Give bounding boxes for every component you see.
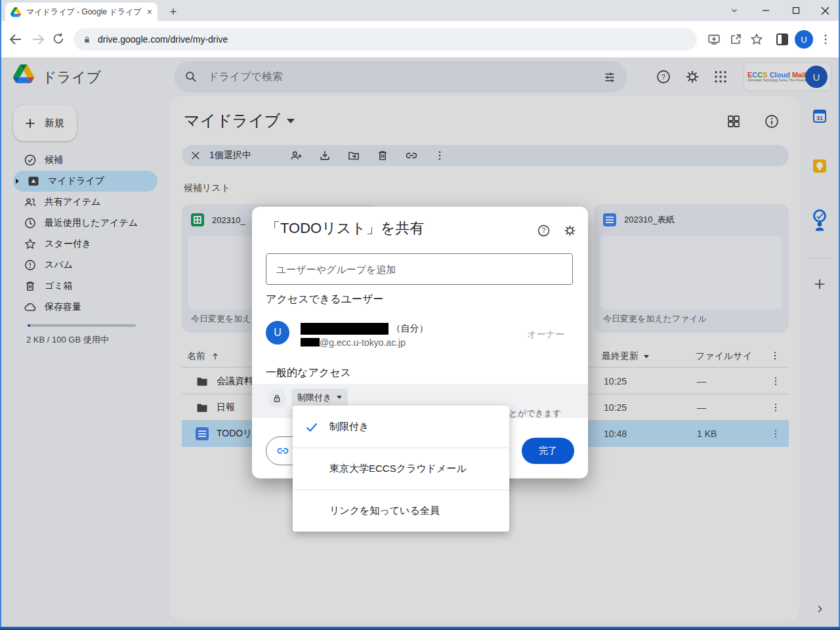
- share-icon[interactable]: [728, 32, 744, 48]
- owner-role-label: オーナー: [527, 329, 564, 341]
- add-people-input[interactable]: [266, 253, 573, 285]
- url-bar[interactable]: drive.google.com/drive/my-drive: [74, 28, 697, 51]
- chevron-down-icon: [337, 396, 342, 399]
- install-drive-icon[interactable]: [707, 32, 723, 48]
- owner-name-line: （自分）: [301, 322, 428, 335]
- window-border-bottom: [0, 627, 840, 630]
- forward-icon[interactable]: [30, 32, 46, 47]
- svg-text:?: ?: [542, 227, 546, 234]
- lock-icon: [268, 389, 286, 408]
- redacted-name: [301, 323, 388, 335]
- owner-avatar: U: [266, 321, 289, 345]
- menu-item-eccs-cloud-mail[interactable]: 東京大学ECCSクラウドメール: [293, 448, 509, 490]
- reload-icon[interactable]: [51, 32, 67, 47]
- redacted-email-local: [301, 338, 320, 346]
- back-icon[interactable]: [8, 32, 24, 47]
- window-maximize-button[interactable]: [785, 3, 807, 18]
- menu-item-restricted[interactable]: 制限付き: [293, 406, 509, 448]
- window-close-button[interactable]: [814, 3, 836, 18]
- new-tab-button[interactable]: +: [165, 4, 181, 20]
- window-border-left: [0, 0, 1, 630]
- browser-tab[interactable]: マイドライブ - Google ドライブ ×: [5, 3, 158, 21]
- menu-item-anyone-with-link[interactable]: リンクを知っている全員: [293, 490, 509, 532]
- general-access-menu: 制限付き 東京大学ECCSクラウドメール リンクを知っている全員: [293, 406, 509, 532]
- general-access-heading: 一般的なアクセス: [266, 366, 351, 380]
- tab-close-icon[interactable]: ×: [147, 7, 152, 16]
- browser-menu-icon[interactable]: [819, 32, 835, 48]
- bookmark-star-icon[interactable]: [749, 32, 765, 48]
- general-access-dropdown-button[interactable]: 制限付き: [291, 388, 348, 406]
- side-panel-icon[interactable]: [776, 33, 788, 45]
- link-icon: [276, 444, 289, 457]
- dialog-help-icon[interactable]: ?: [537, 224, 551, 238]
- window-menu-chevron-icon[interactable]: [723, 3, 746, 18]
- window-titlebar: マイドライブ - Google ドライブ × +: [0, 0, 840, 21]
- window-minimize-button[interactable]: [755, 3, 777, 18]
- tab-title: マイドライブ - Google ドライブ: [26, 7, 142, 18]
- done-button[interactable]: 完了: [522, 438, 574, 464]
- drive-app: ドライブ ? ECCS Cloud Mail: [0, 58, 840, 630]
- people-with-access-heading: アクセスできるユーザー: [266, 293, 383, 306]
- browser-window: マイドライブ - Google ドライブ × +: [0, 0, 840, 630]
- dialog-settings-gear-icon[interactable]: [563, 224, 577, 238]
- check-icon: [304, 420, 319, 434]
- browser-avatar[interactable]: U: [795, 30, 813, 49]
- owner-email-line: @g.ecc.u-tokyo.ac.jp: [301, 336, 406, 348]
- dialog-title: 「TODOリスト」を共有: [266, 219, 424, 238]
- browser-toolbar: drive.google.com/drive/my-drive U: [0, 21, 840, 58]
- url-text: drive.google.com/drive/my-drive: [98, 34, 228, 45]
- lock-icon: [83, 35, 91, 45]
- drive-favicon-icon: [10, 7, 21, 17]
